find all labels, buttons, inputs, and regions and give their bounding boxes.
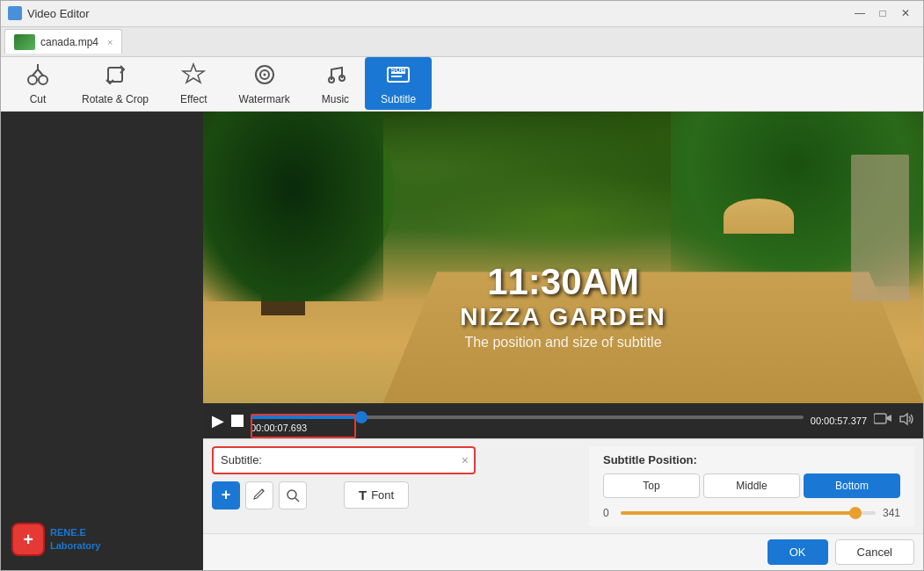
- file-thumb: [14, 34, 35, 50]
- bottom-panel: Subtitle: × +: [203, 438, 923, 570]
- subtitle-label: Subtitle: [381, 93, 416, 105]
- slider-fill: [621, 511, 855, 515]
- subtitle-input-box: Subtitle: ×: [212, 446, 476, 474]
- tool-watermark[interactable]: Watermark: [223, 57, 306, 110]
- logo-line1: RENE.E: [50, 526, 100, 539]
- subtitle-hint-text: The position and size of subtitle: [203, 335, 923, 351]
- window-title: Video Editor: [27, 7, 90, 20]
- font-icon: T: [359, 488, 367, 502]
- tab-bar: canada.mp4 ×: [1, 27, 923, 57]
- play-button[interactable]: ▶: [212, 411, 224, 430]
- title-bar: Video Editor — □ ✕: [1, 1, 923, 27]
- stop-button[interactable]: [231, 415, 244, 427]
- video-frame: 11:30AM NIZZA GARDEN The position and si…: [203, 112, 923, 403]
- timeline-track[interactable]: [251, 416, 804, 419]
- timeline-progress: [251, 416, 361, 419]
- svg-rect-16: [874, 414, 886, 423]
- file-tab[interactable]: canada.mp4 ×: [4, 29, 122, 54]
- app-window: Video Editor — □ ✕ canada.mp4 ×: [0, 0, 924, 571]
- cut-label: Cut: [30, 93, 47, 105]
- position-top-button[interactable]: Top: [603, 473, 700, 498]
- dialog-buttons: OK Cancel: [203, 533, 923, 570]
- left-sidebar: [1, 112, 203, 570]
- logo-icon: +: [11, 523, 45, 556]
- volume-icon[interactable]: [899, 412, 914, 430]
- timeline-wrapper: 00:00:07.693: [251, 408, 804, 433]
- svg-line-2: [33, 69, 38, 76]
- tool-rotate[interactable]: Rotate & Crop: [66, 57, 164, 110]
- plus-icon: +: [222, 486, 231, 504]
- logo-line2: Laboratory: [50, 539, 100, 553]
- tool-music[interactable]: Music: [306, 57, 365, 110]
- subtitle-input-row: Subtitle: ×: [212, 446, 580, 474]
- effect-label: Effect: [180, 93, 207, 105]
- overlay-location: NIZZA GARDEN: [203, 303, 923, 331]
- svg-line-20: [295, 498, 299, 502]
- tool-subtitle[interactable]: SUB Subtitle: [365, 57, 432, 110]
- video-player[interactable]: 11:30AM NIZZA GARDEN The position and si…: [203, 112, 923, 403]
- svg-marker-17: [886, 415, 891, 422]
- logo-area: + RENE.E Laboratory: [11, 523, 100, 556]
- tab-close-icon[interactable]: ×: [107, 37, 113, 47]
- music-icon: [323, 62, 347, 90]
- pencil-icon: [252, 488, 266, 502]
- svg-rect-5: [108, 68, 122, 82]
- time-current: 00:00:07.693: [251, 423, 804, 433]
- close-button[interactable]: ✕: [895, 4, 916, 22]
- svg-text:SUB: SUB: [391, 66, 406, 74]
- minimize-button[interactable]: —: [849, 4, 870, 22]
- subtitle-overlay: 11:30AM NIZZA GARDEN The position and si…: [203, 261, 923, 351]
- svg-point-1: [39, 76, 47, 84]
- tool-effect[interactable]: Effect: [164, 57, 222, 110]
- font-label: Font: [371, 488, 394, 502]
- position-slider-row: 0 341: [603, 507, 900, 519]
- svg-point-19: [287, 490, 296, 499]
- search-subtitle-button[interactable]: [279, 481, 307, 510]
- umbrella-1: [724, 199, 794, 234]
- cancel-button[interactable]: Cancel: [835, 539, 914, 565]
- svg-point-9: [263, 73, 266, 76]
- music-label: Music: [322, 93, 349, 105]
- position-middle-button[interactable]: Middle: [703, 473, 800, 498]
- position-bottom-button[interactable]: Bottom: [804, 473, 900, 498]
- search-icon: [286, 488, 300, 502]
- overlay-time: 11:30AM: [203, 261, 923, 303]
- toolbar: Cut Rotate & Crop Effect: [1, 57, 923, 112]
- main-content: 11:30AM NIZZA GARDEN The position and si…: [1, 112, 923, 570]
- svg-line-18: [262, 489, 264, 491]
- slider-min-label: 0: [603, 507, 614, 519]
- svg-line-3: [38, 69, 43, 76]
- add-subtitle-button[interactable]: +: [212, 481, 240, 510]
- file-name: canada.mp4: [40, 36, 98, 48]
- tool-cut[interactable]: Cut: [10, 57, 66, 110]
- subtitle-icon: SUB: [386, 62, 411, 90]
- timeline-thumb[interactable]: [355, 411, 367, 423]
- app-icon: [8, 6, 22, 20]
- logo-text: RENE.E Laboratory: [50, 526, 100, 553]
- ok-button[interactable]: OK: [768, 539, 828, 565]
- title-bar-left: Video Editor: [8, 6, 90, 20]
- window-controls: — □ ✕: [849, 4, 916, 22]
- svg-marker-6: [183, 64, 204, 83]
- bottom-top-row: Subtitle: × +: [203, 439, 923, 533]
- subtitle-text-input[interactable]: [266, 453, 449, 466]
- slider-thumb[interactable]: [849, 507, 862, 519]
- cut-icon: [25, 62, 50, 90]
- position-buttons: Top Middle Bottom: [603, 473, 900, 498]
- maximize-button[interactable]: □: [872, 4, 893, 22]
- video-area: 11:30AM NIZZA GARDEN The position and si…: [203, 112, 923, 570]
- position-slider[interactable]: [621, 511, 876, 515]
- camera-icon[interactable]: [874, 411, 891, 430]
- rotate-label: Rotate & Crop: [82, 93, 149, 105]
- subtitle-clear-icon[interactable]: ×: [462, 453, 469, 467]
- rotate-icon: [103, 62, 127, 90]
- subtitle-position-panel: Subtitle Position: Top Middle Bottom 0: [589, 446, 914, 526]
- edit-subtitle-button[interactable]: [245, 481, 273, 510]
- time-end: 00:00:57.377: [811, 416, 867, 426]
- svg-point-0: [28, 76, 37, 84]
- position-title: Subtitle Position:: [603, 453, 900, 466]
- font-button[interactable]: T Font: [344, 481, 409, 509]
- subtitle-controls: Subtitle: × +: [212, 446, 580, 510]
- effect-icon: [181, 62, 206, 90]
- action-buttons: +: [212, 481, 580, 510]
